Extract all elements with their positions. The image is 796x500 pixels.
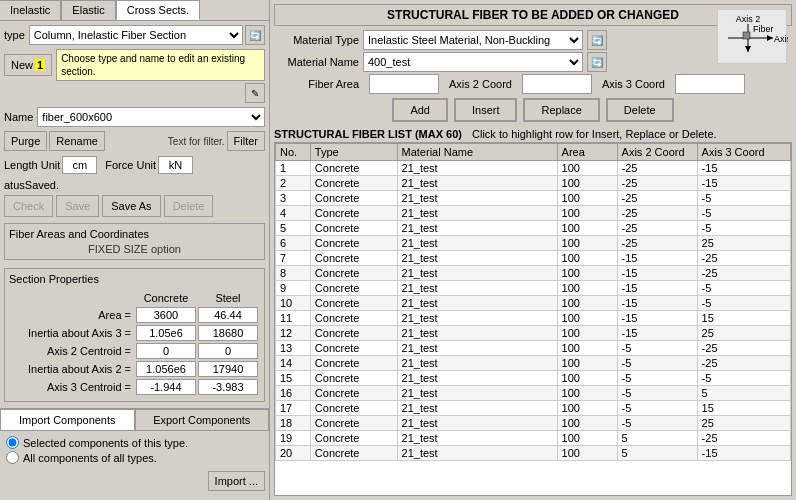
cell-matname: 21_test: [397, 326, 557, 341]
props-label-centroid3: Axis 3 Centroid =: [11, 379, 134, 395]
edit-icon-btn[interactable]: ✎: [245, 83, 265, 103]
cell-type: Concrete: [310, 221, 397, 236]
table-row[interactable]: 18 Concrete 21_test 100 -5 25: [276, 416, 791, 431]
table-row[interactable]: 2 Concrete 21_test 100 -25 -15: [276, 176, 791, 191]
left-panel: Inelastic Elastic Cross Sects. type Colu…: [0, 0, 270, 500]
fixed-size-text: FIXED SIZE option: [9, 243, 260, 255]
radio-group: Selected components of this type. All co…: [0, 431, 269, 469]
rename-button[interactable]: Rename: [49, 131, 105, 151]
cell-matname: 21_test: [397, 356, 557, 371]
tab-inelastic[interactable]: Inelastic: [0, 0, 61, 20]
cell-axis3: -5: [697, 221, 790, 236]
fiber-area-input[interactable]: [369, 74, 439, 94]
table-row[interactable]: 8 Concrete 21_test 100 -15 -25: [276, 266, 791, 281]
table-row[interactable]: 12 Concrete 21_test 100 -15 25: [276, 326, 791, 341]
material-type-icon-btn[interactable]: 🔄: [587, 30, 607, 50]
table-row[interactable]: 9 Concrete 21_test 100 -15 -5: [276, 281, 791, 296]
material-name-icon-btn[interactable]: 🔄: [587, 52, 607, 72]
section-type-icon-btn[interactable]: 🔄: [245, 25, 265, 45]
cell-no: 15: [276, 371, 311, 386]
force-unit-input[interactable]: [158, 156, 193, 174]
cell-type: Concrete: [310, 386, 397, 401]
insert-button[interactable]: Insert: [454, 98, 518, 122]
radio-all[interactable]: [6, 451, 19, 464]
cell-matname: 21_test: [397, 341, 557, 356]
props-concrete-centroid2: 0: [136, 343, 196, 359]
name-select[interactable]: fiber_600x600: [37, 107, 265, 127]
import-tab[interactable]: Import Components: [0, 409, 135, 431]
length-unit-input[interactable]: [62, 156, 97, 174]
cell-matname: 21_test: [397, 431, 557, 446]
table-row[interactable]: 19 Concrete 21_test 100 5 -25: [276, 431, 791, 446]
fiber-table: No. Type Material Name Area Axis 2 Coord…: [275, 143, 791, 461]
table-row[interactable]: 15 Concrete 21_test 100 -5 -5: [276, 371, 791, 386]
material-name-row: Material Name 400_test 🔄: [274, 52, 792, 72]
filter-button[interactable]: Filter: [227, 131, 265, 151]
cell-area: 100: [557, 161, 617, 176]
cell-no: 6: [276, 236, 311, 251]
cell-axis3: -25: [697, 266, 790, 281]
fiber-area-row: Fiber Area Axis 2 Coord Axis 3 Coord: [274, 74, 792, 94]
axis-svg: Axis 2 Axis 3 Fiber: [718, 10, 788, 65]
table-row[interactable]: 4 Concrete 21_test 100 -25 -5: [276, 206, 791, 221]
radio-selected[interactable]: [6, 436, 19, 449]
add-button[interactable]: Add: [392, 98, 448, 122]
export-tab[interactable]: Export Components: [135, 409, 270, 431]
fiber-label: Fiber: [753, 24, 774, 34]
fiber-area-label: Fiber Area: [274, 78, 359, 90]
cell-axis3: -5: [697, 371, 790, 386]
table-row[interactable]: 20 Concrete 21_test 100 5 -15: [276, 446, 791, 461]
cell-axis2: -25: [617, 176, 697, 191]
save-as-button[interactable]: Save As: [102, 195, 160, 217]
table-row[interactable]: 5 Concrete 21_test 100 -25 -5: [276, 221, 791, 236]
tab-cross-sects[interactable]: Cross Sects.: [116, 0, 200, 20]
delete-button[interactable]: Delete: [606, 98, 674, 122]
cell-type: Concrete: [310, 446, 397, 461]
cell-axis2: -5: [617, 341, 697, 356]
cell-axis3: 25: [697, 236, 790, 251]
material-name-select[interactable]: 400_test: [363, 52, 583, 72]
replace-button[interactable]: Replace: [523, 98, 599, 122]
cell-area: 100: [557, 176, 617, 191]
force-unit-group: Force Unit: [105, 156, 193, 174]
cell-type: Concrete: [310, 161, 397, 176]
table-row[interactable]: 17 Concrete 21_test 100 -5 15: [276, 401, 791, 416]
table-row[interactable]: 7 Concrete 21_test 100 -15 -25: [276, 251, 791, 266]
purge-button[interactable]: Purge: [4, 131, 47, 151]
cell-axis2: -15: [617, 266, 697, 281]
cell-no: 1: [276, 161, 311, 176]
fiber-table-container[interactable]: No. Type Material Name Area Axis 2 Coord…: [274, 142, 792, 496]
edit-icon-row: ✎: [0, 83, 269, 105]
radio-selected-label: Selected components of this type.: [23, 437, 188, 449]
import-button[interactable]: Import ...: [208, 471, 265, 491]
table-row[interactable]: 10 Concrete 21_test 100 -15 -5: [276, 296, 791, 311]
name-row: Name fiber_600x600: [0, 105, 269, 129]
new-button[interactable]: New 1: [4, 54, 52, 76]
delete-button[interactable]: Delete: [164, 195, 214, 217]
material-type-select[interactable]: Inelastic Steel Material, Non-Buckling: [363, 30, 583, 50]
table-row[interactable]: 16 Concrete 21_test 100 -5 5: [276, 386, 791, 401]
save-button[interactable]: Save: [56, 195, 99, 217]
table-row[interactable]: 11 Concrete 21_test 100 -15 15: [276, 311, 791, 326]
axis2-coord-input[interactable]: [522, 74, 592, 94]
cell-no: 2: [276, 176, 311, 191]
axis3-coord-input[interactable]: [675, 74, 745, 94]
table-row[interactable]: 3 Concrete 21_test 100 -25 -5: [276, 191, 791, 206]
cell-matname: 21_test: [397, 221, 557, 236]
section-type-select[interactable]: Column, Inelastic Fiber Section: [29, 25, 243, 45]
props-header-concrete: Concrete: [136, 291, 196, 305]
table-row[interactable]: 1 Concrete 21_test 100 -25 -15: [276, 161, 791, 176]
cell-area: 100: [557, 446, 617, 461]
cell-area: 100: [557, 281, 617, 296]
table-row[interactable]: 13 Concrete 21_test 100 -5 -25: [276, 341, 791, 356]
table-row[interactable]: 6 Concrete 21_test 100 -25 25: [276, 236, 791, 251]
table-row[interactable]: 14 Concrete 21_test 100 -5 -25: [276, 356, 791, 371]
material-type-label: Material Type: [274, 34, 359, 46]
cell-no: 5: [276, 221, 311, 236]
cell-no: 16: [276, 386, 311, 401]
cell-axis3: -5: [697, 296, 790, 311]
tab-elastic[interactable]: Elastic: [61, 0, 115, 20]
props-concrete-centroid3: -1.944: [136, 379, 196, 395]
check-button[interactable]: Check: [4, 195, 53, 217]
cell-area: 100: [557, 236, 617, 251]
